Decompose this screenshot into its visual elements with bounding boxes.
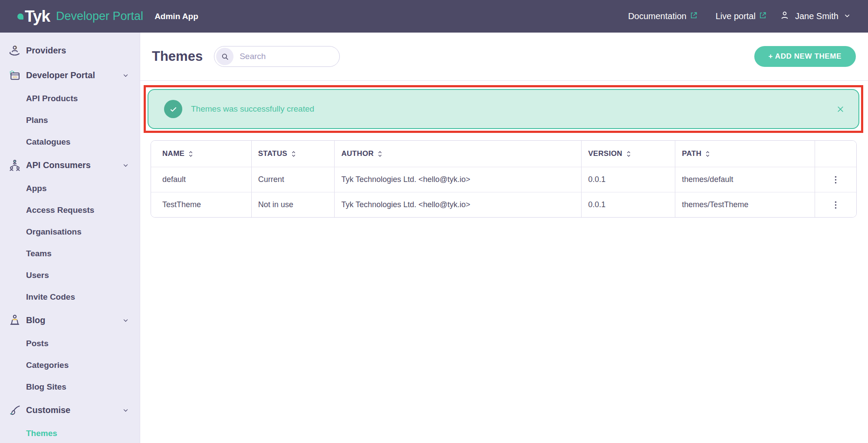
navbar-right: Documentation Live portal Jane Smith xyxy=(628,10,851,23)
column-header-status[interactable]: STATUS xyxy=(251,141,335,167)
cell-author: Tyk Technologies Ltd. <hello@tyk.io> xyxy=(334,167,581,192)
sidebar-item-catalogues[interactable]: Catalogues xyxy=(0,131,140,153)
sidebar-item-label: Themes xyxy=(26,429,57,438)
cell-status: Not in use xyxy=(251,192,335,217)
live-portal-link[interactable]: Live portal xyxy=(716,11,766,21)
column-header-author[interactable]: AUTHOR xyxy=(334,141,581,167)
sidebar-item-label: Users xyxy=(26,271,49,280)
main-content: Themes + ADD NEW THEME Themes was succes… xyxy=(140,33,868,443)
add-new-theme-button[interactable]: + ADD NEW THEME xyxy=(754,46,856,67)
sidebar-item-categories[interactable]: Categories xyxy=(0,354,140,376)
page-header: Themes + ADD NEW THEME xyxy=(140,33,868,81)
sidebar-item-providers[interactable]: Providers xyxy=(0,38,140,63)
sidebar-item-plans[interactable]: Plans xyxy=(0,109,140,131)
sidebar-item-themes[interactable]: Themes xyxy=(0,423,140,443)
external-link-icon xyxy=(759,11,766,21)
tyk-logo: Tyk Developer Portal xyxy=(17,7,143,26)
documentation-link[interactable]: Documentation xyxy=(628,11,697,21)
sidebar-item-label: Apps xyxy=(26,184,47,193)
sidebar-item-label: Posts xyxy=(26,339,49,348)
logo-product-label: Developer Portal xyxy=(56,10,143,23)
sidebar-item-label: Developer Portal xyxy=(26,70,95,80)
sidebar-item-label: Catalogues xyxy=(26,137,70,147)
sort-icon xyxy=(705,151,710,157)
sidebar-item-api-products[interactable]: API Products xyxy=(0,88,140,109)
sidebar-item-label: Categories xyxy=(26,360,69,370)
sidebar-item-api-consumers[interactable]: API Consumers xyxy=(0,153,140,178)
sidebar: Providers </> Developer Portal API Produ… xyxy=(0,33,140,443)
close-icon[interactable] xyxy=(835,104,845,114)
sidebar-item-label: Providers xyxy=(26,46,66,56)
sidebar-item-label: Teams xyxy=(26,249,52,258)
sort-icon xyxy=(378,151,382,157)
column-label: AUTHOR xyxy=(341,149,374,158)
sidebar-item-access-requests[interactable]: Access Requests xyxy=(0,199,140,221)
chevron-down-icon xyxy=(844,11,851,21)
tyk-leaf-icon xyxy=(17,13,23,20)
sidebar-item-label: Blog Sites xyxy=(26,382,66,392)
sidebar-item-label: Organisations xyxy=(26,227,82,237)
sidebar-item-label: Invite Codes xyxy=(26,292,75,302)
cell-version: 0.0.1 xyxy=(581,167,675,192)
column-label: NAME xyxy=(162,149,184,158)
search-icon xyxy=(216,48,233,65)
cell-name: TestTheme xyxy=(151,192,251,217)
search-box xyxy=(214,46,340,67)
sidebar-item-blog[interactable]: Blog xyxy=(0,308,140,333)
cell-author: Tyk Technologies Ltd. <hello@tyk.io> xyxy=(334,192,581,217)
providers-icon xyxy=(8,44,22,58)
chevron-down-icon xyxy=(122,162,129,169)
search-input[interactable] xyxy=(233,52,352,61)
sidebar-item-customise[interactable]: Customise xyxy=(0,398,140,423)
cell-path: themes/TestTheme xyxy=(675,192,815,217)
chevron-down-icon xyxy=(122,317,129,324)
user-icon xyxy=(779,10,790,23)
annotation-highlight-box: Themes was successfully created xyxy=(144,85,863,133)
svg-text:</>: </> xyxy=(13,75,17,79)
kebab-menu-icon[interactable] xyxy=(830,173,841,187)
user-name: Jane Smith xyxy=(795,11,838,21)
page-title: Themes xyxy=(152,49,203,64)
column-label: PATH xyxy=(682,149,701,158)
blog-icon xyxy=(8,314,22,327)
success-alert: Themes was successfully created xyxy=(148,89,859,129)
column-header-version[interactable]: VERSION xyxy=(581,141,675,167)
cell-version: 0.0.1 xyxy=(581,192,675,217)
sidebar-item-invite-codes[interactable]: Invite Codes xyxy=(0,286,140,308)
sidebar-item-label: API Products xyxy=(26,94,78,103)
sidebar-item-blog-sites[interactable]: Blog Sites xyxy=(0,376,140,398)
chevron-down-icon xyxy=(122,407,129,413)
chevron-down-icon xyxy=(122,72,129,79)
kebab-menu-icon[interactable] xyxy=(830,198,841,212)
user-menu[interactable]: Jane Smith xyxy=(779,10,851,23)
sort-icon xyxy=(291,151,296,157)
external-link-icon xyxy=(690,11,697,21)
sidebar-item-teams[interactable]: Teams xyxy=(0,243,140,264)
column-label: VERSION xyxy=(588,149,622,158)
sort-icon xyxy=(626,151,631,157)
table-row: TestTheme Not in use Tyk Technologies Lt… xyxy=(151,192,856,217)
documentation-link-label: Documentation xyxy=(628,11,687,21)
logo-text: Tyk xyxy=(25,7,50,26)
sidebar-item-posts[interactable]: Posts xyxy=(0,333,140,354)
sidebar-item-apps[interactable]: Apps xyxy=(0,178,140,199)
cell-name: default xyxy=(151,167,251,192)
check-circle-icon xyxy=(164,100,182,118)
cell-path: themes/default xyxy=(675,167,815,192)
top-navbar: Tyk Developer Portal Admin App Documenta… xyxy=(0,0,868,33)
themes-table: NAME STATUS AUTHOR VERSION PATH xyxy=(151,140,857,218)
column-header-actions xyxy=(815,141,856,167)
sidebar-item-users[interactable]: Users xyxy=(0,264,140,286)
sort-icon xyxy=(188,151,193,157)
column-label: STATUS xyxy=(258,149,287,158)
alert-message: Themes was successfully created xyxy=(191,104,314,114)
live-portal-link-label: Live portal xyxy=(716,11,756,21)
table-row: default Current Tyk Technologies Ltd. <h… xyxy=(151,167,856,192)
api-consumers-icon xyxy=(8,159,22,172)
column-header-path[interactable]: PATH xyxy=(675,141,815,167)
customise-icon xyxy=(8,403,22,417)
sidebar-item-label: Plans xyxy=(26,116,48,125)
sidebar-item-developer-portal[interactable]: </> Developer Portal xyxy=(0,63,140,88)
column-header-name[interactable]: NAME xyxy=(151,141,251,167)
sidebar-item-organisations[interactable]: Organisations xyxy=(0,221,140,243)
